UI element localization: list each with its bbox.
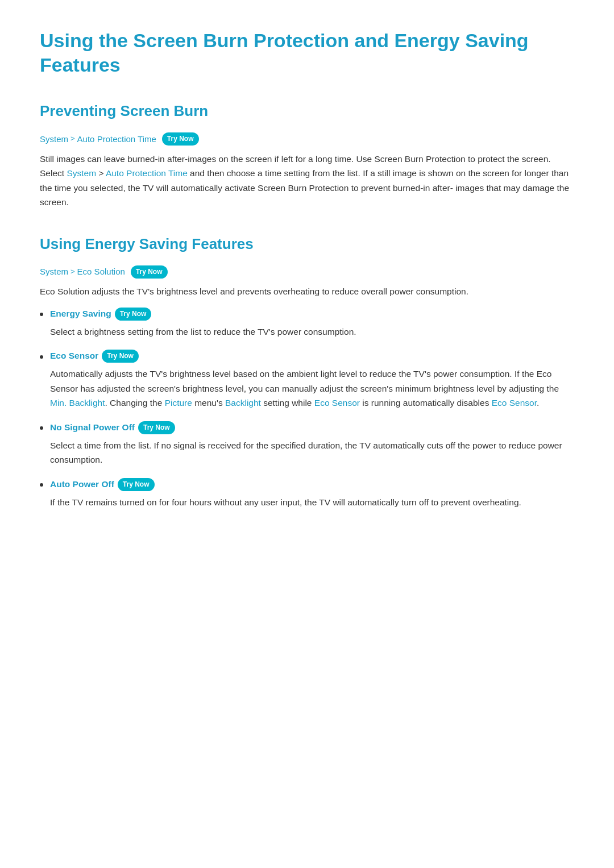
section-energy-saving: Using Energy Saving Features System > Ec… — [40, 232, 574, 509]
section2-intro: Eco Solution adjusts the TV's brightness… — [40, 284, 574, 299]
bullet-header-eco-sensor: Eco Sensor Try Now — [40, 349, 574, 363]
bullet-dot-1 — [40, 313, 43, 316]
bullet-header-no-signal: No Signal Power Off Try Now — [40, 421, 574, 435]
bullet-desc-energy-saving: Select a brightness setting from the lis… — [40, 325, 574, 339]
inline-eco-sensor-link[interactable]: Eco Sensor — [314, 398, 360, 408]
inline-system-link[interactable]: System — [67, 168, 96, 178]
energy-saving-list: Energy Saving Try Now Select a brightnes… — [40, 307, 574, 509]
section2-title: Using Energy Saving Features — [40, 232, 574, 256]
list-item-eco-sensor: Eco Sensor Try Now Automatically adjusts… — [40, 349, 574, 410]
bullet-desc-no-signal: Select a time from the list. If no signa… — [40, 438, 574, 467]
bullet-label-auto-power-off[interactable]: Auto Power Off — [50, 477, 114, 492]
bullet-header-auto-power-off: Auto Power Off Try Now — [40, 477, 574, 492]
section1-title: Preventing Screen Burn — [40, 99, 574, 123]
bullet-dot-4 — [40, 483, 43, 487]
bullet-label-eco-sensor[interactable]: Eco Sensor — [50, 349, 98, 363]
try-now-badge-energy-saving[interactable]: Try Now — [115, 308, 152, 321]
section1-body: Still images can leave burned-in after-i… — [40, 152, 574, 210]
list-item-no-signal-power-off: No Signal Power Off Try Now Select a tim… — [40, 421, 574, 467]
bullet-desc-eco-sensor: Automatically adjusts the TV's brightnes… — [40, 367, 574, 410]
bullet-dot-2 — [40, 355, 43, 359]
try-now-badge-eco-sensor[interactable]: Try Now — [102, 350, 139, 363]
bullet-label-no-signal[interactable]: No Signal Power Off — [50, 421, 135, 435]
try-now-badge-no-signal[interactable]: Try Now — [138, 421, 175, 434]
inline-min-backlight-link[interactable]: Min. Backlight — [50, 398, 105, 408]
section2-breadcrumb: System > Eco Solution Try Now — [40, 265, 574, 279]
bullet-label-energy-saving[interactable]: Energy Saving — [50, 307, 111, 321]
bullet-header-energy-saving: Energy Saving Try Now — [40, 307, 574, 321]
try-now-badge-auto-power-off[interactable]: Try Now — [118, 478, 155, 491]
inline-auto-protection-link[interactable]: Auto Protection Time — [106, 168, 188, 178]
section1-breadcrumb: System > Auto Protection Time Try Now — [40, 132, 574, 146]
section-preventing-screen-burn: Preventing Screen Burn System > Auto Pro… — [40, 99, 574, 210]
bullet-dot-3 — [40, 426, 43, 430]
page-title: Using the Screen Burn Protection and Ene… — [40, 28, 574, 77]
inline-picture-link[interactable]: Picture — [165, 398, 192, 408]
inline-eco-sensor-link2[interactable]: Eco Sensor — [492, 398, 537, 408]
breadcrumb-auto-protection-link[interactable]: Auto Protection Time — [77, 132, 156, 146]
try-now-badge-section1[interactable]: Try Now — [162, 132, 199, 146]
inline-backlight-link[interactable]: Backlight — [225, 398, 261, 408]
list-item-energy-saving: Energy Saving Try Now Select a brightnes… — [40, 307, 574, 339]
breadcrumb-system-link2[interactable]: System — [40, 265, 68, 279]
list-item-auto-power-off: Auto Power Off Try Now If the TV remains… — [40, 477, 574, 509]
try-now-badge-section2[interactable]: Try Now — [131, 265, 168, 279]
breadcrumb-chevron: > — [70, 133, 75, 145]
breadcrumb-system-link[interactable]: System — [40, 132, 68, 146]
bullet-desc-auto-power-off: If the TV remains turned on for four hou… — [40, 495, 574, 510]
breadcrumb-chevron2: > — [70, 266, 75, 278]
breadcrumb-eco-solution-link[interactable]: Eco Solution — [77, 265, 125, 279]
